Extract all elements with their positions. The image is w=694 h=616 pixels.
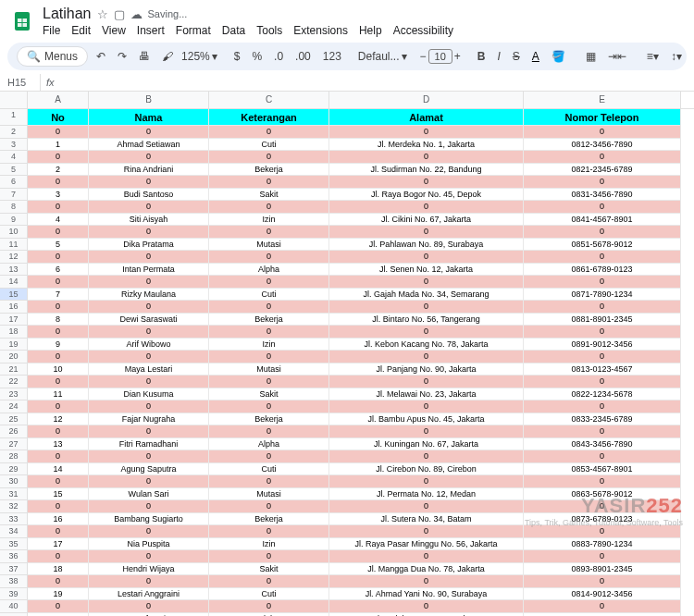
menu-format[interactable]: Format: [176, 24, 211, 37]
select-all-corner[interactable]: [0, 92, 28, 108]
row-header[interactable]: 24: [0, 400, 28, 413]
cell[interactable]: 0851-5678-9012: [524, 239, 681, 252]
cell[interactable]: 0: [89, 351, 209, 363]
cell[interactable]: Rizky Maulana: [89, 289, 209, 302]
cell[interactable]: 0: [89, 126, 209, 139]
cloud-icon[interactable]: ☁: [130, 7, 143, 21]
cell[interactable]: Bambang Sugiarto: [89, 513, 209, 526]
cell[interactable]: Agung Saputra: [89, 463, 209, 476]
cell[interactable]: 0: [329, 575, 524, 588]
cell[interactable]: 7: [28, 289, 89, 302]
cell[interactable]: Cuti: [209, 588, 329, 601]
cell[interactable]: Sakit: [209, 388, 329, 401]
cell[interactable]: 0: [209, 201, 329, 214]
cell[interactable]: Bekerja: [209, 164, 329, 177]
cell[interactable]: Rina Andriani: [89, 164, 209, 177]
strikethrough-icon[interactable]: S: [509, 48, 524, 65]
cell[interactable]: 0: [329, 450, 524, 463]
wrap-icon[interactable]: ↩▾: [690, 48, 694, 65]
cell[interactable]: 0861-6789-0123: [524, 264, 681, 277]
col-header-e[interactable]: E: [524, 92, 681, 108]
cell[interactable]: Nomor Telepon: [524, 109, 681, 126]
doc-title[interactable]: Latihan: [43, 6, 92, 22]
cell[interactable]: 0: [524, 226, 681, 239]
cell[interactable]: Ahmad Setiawan: [89, 139, 209, 152]
cell[interactable]: Jl. Kuningan No. 67, Jakarta: [329, 438, 524, 451]
percent-icon[interactable]: %: [248, 48, 266, 65]
text-color-icon[interactable]: A: [528, 48, 543, 65]
cell[interactable]: 17: [28, 538, 89, 551]
cell[interactable]: 0831-3456-7890: [524, 189, 681, 202]
cell[interactable]: Bekerja: [209, 314, 329, 326]
cell[interactable]: 0: [28, 500, 89, 513]
row-header[interactable]: 28: [0, 450, 28, 463]
row-header[interactable]: 19: [0, 339, 28, 351]
font-select[interactable]: Defaul...▾: [358, 50, 407, 63]
cell[interactable]: 12: [28, 413, 89, 426]
cell[interactable]: 0: [89, 450, 209, 463]
cell[interactable]: 16: [28, 513, 89, 526]
cell[interactable]: 0: [209, 600, 329, 613]
cell[interactable]: 0: [329, 400, 524, 413]
row-header[interactable]: 6: [0, 176, 28, 189]
cell[interactable]: Jl. Ahmad Yani No. 90, Surabaya: [329, 588, 524, 601]
cell[interactable]: 20: [28, 613, 89, 617]
cell[interactable]: 0: [89, 251, 209, 264]
cell[interactable]: 0: [524, 575, 681, 588]
cell[interactable]: Jl. Panjang No. 90, Jakarta: [329, 363, 524, 376]
italic-icon[interactable]: I: [493, 48, 503, 65]
cell[interactable]: 0: [329, 151, 524, 164]
cell[interactable]: Alpha: [209, 613, 329, 617]
cell[interactable]: Jl. Malabar No. 23, Bandung: [329, 613, 524, 617]
paint-format-icon[interactable]: 🖌: [158, 48, 177, 65]
cell[interactable]: 0: [28, 176, 89, 189]
font-size-value[interactable]: 10: [428, 49, 452, 64]
cell[interactable]: 0: [89, 226, 209, 239]
row-header[interactable]: 11: [0, 239, 28, 252]
cell[interactable]: 0: [209, 126, 329, 139]
col-header-b[interactable]: B: [89, 92, 209, 108]
cell[interactable]: 0: [209, 351, 329, 363]
row-header[interactable]: 29: [0, 463, 28, 476]
cell[interactable]: 0: [209, 251, 329, 264]
cell[interactable]: Jl. Gajah Mada No. 34, Semarang: [329, 289, 524, 302]
row-header[interactable]: 41: [0, 613, 28, 617]
halign-icon[interactable]: ≡▾: [643, 48, 663, 65]
cell[interactable]: 0: [209, 226, 329, 239]
cell[interactable]: 0: [524, 351, 681, 363]
cell[interactable]: Fajar Nugraha: [89, 413, 209, 426]
cell[interactable]: 0: [329, 600, 524, 613]
cell[interactable]: 0: [329, 251, 524, 264]
fill-color-icon[interactable]: 🪣: [548, 48, 569, 65]
cell[interactable]: 0: [524, 176, 681, 189]
cell[interactable]: Mutasi: [209, 239, 329, 252]
cell[interactable]: Cuti: [209, 139, 329, 152]
cell[interactable]: 0: [28, 475, 89, 488]
cell[interactable]: 0: [329, 550, 524, 563]
cell[interactable]: 0: [89, 500, 209, 513]
row-header[interactable]: 10: [0, 226, 28, 239]
cell[interactable]: 0: [209, 425, 329, 438]
cell[interactable]: 0: [524, 201, 681, 214]
star-icon[interactable]: ☆: [97, 7, 108, 21]
cell[interactable]: 0: [524, 126, 681, 139]
cell[interactable]: 0: [209, 400, 329, 413]
cell[interactable]: 0814-9012-3456: [524, 588, 681, 601]
cell[interactable]: 0: [209, 525, 329, 538]
cell[interactable]: 0: [28, 151, 89, 164]
row-header[interactable]: 27: [0, 438, 28, 451]
menu-extensions[interactable]: Extensions: [293, 24, 348, 37]
zoom-select[interactable]: 125%▾: [181, 50, 217, 63]
cell[interactable]: Jl. Melawai No. 23, Jakarta: [329, 388, 524, 401]
cell[interactable]: 0: [89, 176, 209, 189]
row-header[interactable]: 33: [0, 513, 28, 526]
col-header-a[interactable]: A: [28, 92, 89, 108]
cell[interactable]: 0: [329, 351, 524, 363]
menu-tools[interactable]: Tools: [256, 24, 282, 37]
menu-accessibility[interactable]: Accessibility: [393, 24, 453, 37]
cell[interactable]: 0: [28, 600, 89, 613]
cell[interactable]: 0853-4567-8901: [524, 463, 681, 476]
cell[interactable]: 0: [28, 251, 89, 264]
cell[interactable]: 0883-7890-1234: [524, 538, 681, 551]
cell[interactable]: Jl. Sudirman No. 22, Bandung: [329, 164, 524, 177]
